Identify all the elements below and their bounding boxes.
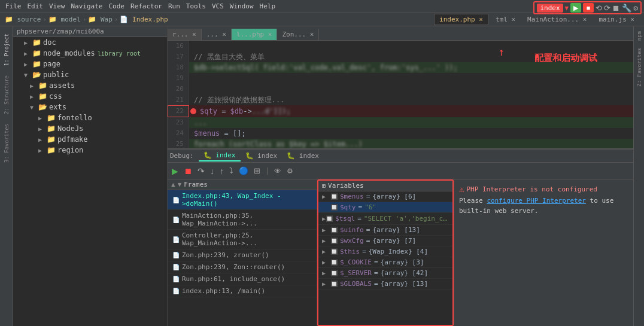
breadcrumb-indexphp[interactable]: 📄 Index.php [120, 16, 168, 23]
vtab-structure[interactable]: 2: Structure [2, 71, 11, 119]
frame-item-0[interactable]: 📄 Index.php:43, Wap_Index ->doMain() [168, 190, 317, 210]
tree-item-css[interactable]: ▶ 📁 css [13, 91, 167, 102]
tab-blurred1[interactable]: ... × [202, 29, 232, 40]
var-item-menus[interactable]: ▶ 🔲 $menus = {array} [6] [318, 191, 452, 202]
breadcrumb-model[interactable]: 📁 model [48, 16, 81, 23]
folder-icon-public: 📂 [32, 71, 41, 79]
frame-item-3[interactable]: 📄 Zon.php:239, zrouter() [168, 249, 317, 261]
file-tab-tml[interactable]: tml × [491, 14, 520, 25]
php-error-link[interactable]: configure PHP Interpreter [487, 197, 586, 205]
var-item-server[interactable]: ▶ 🔲 $_SERVER = {array} [42] [318, 268, 452, 279]
toolbar-icon-2[interactable]: ⟳ [604, 4, 610, 13]
var-expand-this[interactable]: ▶ [322, 248, 330, 255]
tree-item-node-modules[interactable]: ▶ 📁 node_modules library root [13, 48, 167, 59]
debug-tab-index-3[interactable]: 🐛 index [282, 151, 324, 161]
var-item-cookie[interactable]: ▶ 🔲 $_COOKIE = {array} [3] [318, 257, 452, 268]
debug-resume-btn[interactable]: ▶ [170, 165, 180, 177]
run-button[interactable]: ▶ [570, 3, 581, 13]
frames-up-btn[interactable]: ▲ [171, 181, 175, 188]
menu-file[interactable]: File [2, 2, 25, 10]
tree-item-exts[interactable]: ▼ 📂 exts [13, 102, 167, 112]
vtab-favorites-right[interactable]: 2: Favorites [635, 44, 643, 90]
var-expand-wxcfg[interactable]: ▶ [322, 237, 330, 244]
frame-item-6[interactable]: 📄 index.php:13, /main() [168, 285, 317, 297]
toolbar-icon-5[interactable]: ⚙ [633, 4, 638, 13]
tree-item-page[interactable]: ▶ 📁 page [13, 59, 167, 69]
var-item-this[interactable]: ▶ 🔲 $this = {Wap_Index} [4] [318, 246, 452, 257]
var-item-globals[interactable]: ▶ 🔲 $GLOBALS = {array} [13] [318, 279, 452, 290]
menu-window[interactable]: Window [227, 2, 257, 10]
tree-item-region[interactable]: ▶ 📁 region [13, 145, 167, 156]
line-content-17: // 黑鱼目大类、菜单 [189, 51, 265, 62]
var-expand-globals[interactable]: ▶ [322, 281, 330, 287]
var-val-server: {array} [42] [381, 269, 428, 277]
debug-step-out-btn[interactable]: ↑ [218, 165, 226, 177]
line-num-25: 25 [168, 139, 189, 148]
frames-down-btn[interactable]: ▼ [178, 181, 182, 188]
debug-step-over-btn[interactable]: ↷ [196, 165, 206, 177]
tree-item-pdfmake[interactable]: ▶ 📁 pdfmake [13, 134, 167, 145]
debug-eval-btn[interactable]: 🔵 [237, 165, 250, 176]
var-expand-server[interactable]: ▶ [322, 270, 330, 276]
debug-run-cursor-btn[interactable]: ⤵ [227, 165, 235, 176]
menu-vcs[interactable]: VCS [209, 2, 227, 10]
tree-item-public[interactable]: ▼ 📂 public [13, 69, 167, 80]
frame-item-5[interactable]: 📄 Run.php:61, include_once() [168, 273, 317, 285]
folder-icon-node-modules: 📁 [32, 49, 41, 57]
tree-item-nodejs[interactable]: ▶ 📁 NodeJs [13, 123, 167, 134]
vtab-project[interactable]: 1: Project [2, 29, 11, 71]
debug-stop-btn[interactable]: ⏹ [182, 165, 194, 177]
breadcrumb-wap[interactable]: 📁 Wap [88, 16, 113, 23]
var-expand-cookie[interactable]: ▶ [322, 259, 330, 266]
debug-toolbar-row: ▶ ⏹ ↷ ↓ ↑ ⤵ 🔵 ⊞ | 👁 ⚙ [168, 163, 633, 179]
debug-tab-index-1[interactable]: 🐛 index [199, 150, 241, 162]
var-val-menus: {array} [6] [372, 193, 416, 200]
var-item-tsql[interactable]: ▶ 🔲 $tsql = "SELECT 'a','begin_cname'||'… [318, 213, 452, 225]
menu-run[interactable]: Run [165, 2, 183, 10]
vtab-npm[interactable]: npm [635, 28, 643, 44]
debug-tab-index-2[interactable]: 🐛 index [241, 151, 282, 161]
file-tab-mainjs[interactable]: main.js × [594, 14, 639, 25]
tab-r[interactable]: r... × [168, 29, 202, 40]
var-item-uinfo[interactable]: ▶ 🔲 $uinfo = {array} [13] [318, 225, 452, 236]
frame-item-1[interactable]: 📄 MainAction.php:35, Wap_MainAction->... [168, 210, 317, 230]
vtab-favorites[interactable]: 3: Favorites [2, 119, 11, 167]
var-val-wxcfg: {array} [7] [372, 237, 416, 245]
run-dropdown-icon[interactable]: ▼ [565, 4, 569, 12]
menu-view[interactable]: View [46, 2, 68, 10]
tree-item-doc[interactable]: ▶ 📁 doc [13, 37, 167, 48]
menu-refactor[interactable]: Refactor [127, 2, 165, 10]
tab-zon[interactable]: Zon... × [277, 29, 319, 40]
toolbar-icon-4[interactable]: 🔧 [622, 4, 631, 13]
var-expand-btn[interactable]: ⊞ [322, 182, 326, 189]
toolbar-icon-1[interactable]: ⟲ [596, 4, 602, 13]
file-tab-mainaction[interactable]: MainAction... × [523, 14, 591, 25]
tree-arrow-nodejs: ▶ [38, 126, 47, 132]
var-expand-uinfo[interactable]: ▶ [322, 227, 330, 233]
tree-item-assets[interactable]: ▶ 📁 assets [13, 80, 167, 91]
var-item-wxcfg[interactable]: ▶ 🔲 $wxCfg = {array} [7] [318, 236, 452, 246]
line-content-22: $qty = $db->...d']]); [198, 106, 291, 117]
tab-lphp[interactable]: l...php × [232, 29, 278, 40]
file-tab-indexphp[interactable]: index.php × [434, 14, 488, 25]
frame-icon-6: 📄 [172, 288, 180, 294]
tree-item-fontello[interactable]: ▶ 📁 fontello [13, 112, 167, 123]
var-item-qty[interactable]: 🔲 $qty = "6" [318, 202, 452, 213]
frame-item-2[interactable]: 📄 Controller.php:25, Wap_MainAction->... [168, 230, 317, 249]
debug-step-into-btn[interactable]: ↓ [208, 165, 216, 177]
frame-item-4[interactable]: 📄 Zon.php:239, Zon::router() [168, 261, 317, 273]
menu-edit[interactable]: Edit [25, 2, 47, 10]
debug-watches-btn[interactable]: 👁 [272, 166, 283, 176]
breadcrumb-source[interactable]: 📁 source [5, 16, 41, 23]
debug-settings-btn[interactable]: ⚙ [285, 166, 295, 176]
php-error-title-text: PHP Interpreter is not configured [466, 185, 597, 193]
breadcrumb-bar: 📁 source › 📁 model › 📁 Wap › 📄 Index.php… [0, 13, 644, 26]
debug-frames-btn[interactable]: ⊞ [252, 165, 262, 176]
menu-code[interactable]: Code [105, 2, 127, 10]
menu-help[interactable]: Help [257, 2, 279, 10]
menu-tools[interactable]: Tools [183, 2, 209, 10]
stop-button[interactable]: ■ [583, 3, 594, 13]
toolbar-icon-3[interactable]: ⏹ [612, 4, 620, 13]
var-expand-menus[interactable]: ▶ [322, 193, 330, 200]
menu-navigate[interactable]: Navigate [68, 2, 106, 10]
